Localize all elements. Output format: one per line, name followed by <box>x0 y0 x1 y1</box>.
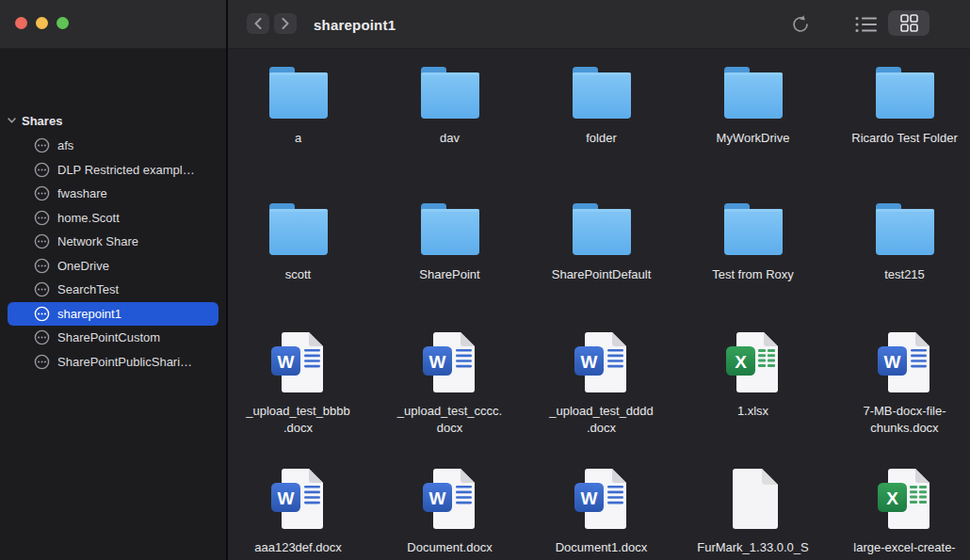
folder-icon-wrap <box>718 67 789 121</box>
generic-file-icon <box>725 468 782 530</box>
folder-icon-wrap <box>263 67 334 121</box>
minimize-button[interactable] <box>36 17 48 29</box>
list-view-icon <box>855 16 878 33</box>
folder-item-ricardo-test-folder[interactable]: Ricardo Test Folder <box>829 60 970 147</box>
folder-icon <box>718 203 789 258</box>
refresh-button[interactable] <box>788 12 813 37</box>
file-label-line: large-excel-create- <box>831 539 970 556</box>
folder-icon-wrap <box>414 67 486 121</box>
forward-button[interactable] <box>274 13 297 34</box>
share-circle-icon <box>34 210 50 226</box>
file-label-line: chunks.docx <box>831 420 970 437</box>
file-item-upload-test-dddd-docx[interactable]: W _upload_test_dddd.docx <box>525 328 677 437</box>
word-icon-wrap: W <box>422 331 478 393</box>
file-grid: a dav folder MyWorkDrive Ricardo Test Fo… <box>228 49 970 560</box>
file-label: SharePointDefault <box>527 266 676 283</box>
folder-item-dav[interactable]: dav <box>374 60 525 147</box>
file-label: _upload_test_dddd.docx <box>527 403 676 437</box>
file-item-large-excel-create-in-file-100000-lines[interactable]: X large-excel-create-in-file-100000-line… <box>829 464 970 560</box>
file-item-furmark-1-33-0-0-s[interactable]: FurMark_1.33.0.0_S <box>677 464 829 560</box>
file-item-aaa123def-docx[interactable]: W aaa123def.docx <box>228 464 374 560</box>
excel-file-icon: X <box>725 331 782 393</box>
file-item-upload-test-bbbb-docx[interactable]: W _upload_test_bbbb.docx <box>228 328 374 437</box>
sidebar-item-dlp-restricted-exampl[interactable]: DLP Restricted exampl… <box>8 158 218 183</box>
file-label-line: FurMark_1.33.0.0_S <box>679 539 828 556</box>
grid-view-button[interactable] <box>888 10 930 36</box>
folder-item-test-from-roxy[interactable]: Test from Roxy <box>677 197 829 283</box>
file-label-line: Ricardo Test Folder <box>831 130 970 147</box>
svg-text:X: X <box>735 352 747 372</box>
folder-item-folder[interactable]: folder <box>525 60 677 147</box>
file-item-document1-docx[interactable]: W Document1.docx <box>525 464 677 560</box>
file-label-line: scott <box>228 266 373 283</box>
excel-file-icon: X <box>877 468 933 530</box>
file-item-document-docx[interactable]: W Document.docx <box>374 464 525 560</box>
file-label-line: folder <box>527 130 676 147</box>
file-label-line: MyWorkDrive <box>679 130 828 147</box>
folder-icon-wrap <box>566 67 638 121</box>
sidebar-item-sharepoint1[interactable]: sharepoint1 <box>8 302 218 327</box>
file-label: test215 <box>831 266 970 283</box>
file-label-line: .docx <box>228 420 373 437</box>
folder-icon <box>718 67 789 121</box>
file-label: 7-MB-docx-file-chunks.docx <box>831 403 970 437</box>
file-label: MyWorkDrive <box>679 130 828 147</box>
sidebar-item-onedrive[interactable]: OneDrive <box>8 254 218 279</box>
close-button[interactable] <box>15 17 27 29</box>
folder-icon <box>566 67 638 121</box>
file-label-line: _upload_test_dddd <box>527 403 676 420</box>
share-circle-icon <box>34 162 50 178</box>
svg-text:X: X <box>886 488 898 508</box>
file-item-7-mb-docx-file-chunks-docx[interactable]: W 7-MB-docx-file-chunks.docx <box>829 328 970 437</box>
back-button[interactable] <box>247 13 269 34</box>
sidebar-item-searchtest[interactable]: SearchTest <box>8 278 218 302</box>
folder-icon <box>566 203 638 258</box>
file-label-line: test215 <box>831 266 970 283</box>
share-circle-icon <box>34 137 50 153</box>
file-label: folder <box>527 130 676 147</box>
folder-item-sharepoint[interactable]: SharePoint <box>374 197 525 283</box>
file-label: _upload_test_cccc.docx <box>376 403 525 437</box>
file-label-line: Test from Roxy <box>679 266 828 283</box>
svg-text:W: W <box>428 488 445 508</box>
window-titlebar: sharepoint1 <box>0 0 970 49</box>
share-circle-icon <box>34 233 50 249</box>
folder-item-test215[interactable]: test215 <box>829 197 970 283</box>
sidebar: Shares afs DLP Restricted exampl… fwasha… <box>0 49 226 560</box>
file-label-line: _upload_test_bbbb <box>228 403 373 420</box>
list-view-button[interactable] <box>853 14 880 35</box>
file-label: aaa123def.docx <box>228 539 373 556</box>
word-file-icon: W <box>422 331 478 393</box>
sidebar-item-label: DLP Restricted exampl… <box>57 163 195 177</box>
file-label-line: Document1.docx <box>527 539 676 556</box>
svg-text:W: W <box>277 488 294 508</box>
word-icon-wrap: W <box>574 468 630 530</box>
sidebar-item-sharepointcustom[interactable]: SharePointCustom <box>8 326 218 350</box>
sidebar-item-label: SharePointPublicShari… <box>57 355 192 369</box>
file-item-upload-test-cccc-docx[interactable]: W _upload_test_cccc.docx <box>374 328 525 437</box>
sidebar-section-shares[interactable]: Shares <box>8 111 62 130</box>
folder-item-sharepointdefault[interactable]: SharePointDefault <box>525 197 677 283</box>
share-circle-icon <box>34 354 50 370</box>
grid-view-icon <box>900 14 918 32</box>
word-file-icon: W <box>270 468 327 530</box>
sidebar-item-afs[interactable]: afs <box>8 134 218 158</box>
word-icon-wrap: W <box>574 331 630 393</box>
sidebar-item-network-share[interactable]: Network Share <box>8 230 218 254</box>
file-item-1-xlsx[interactable]: X 1.xlsx <box>677 328 829 437</box>
word-file-icon: W <box>574 331 630 393</box>
sidebar-item-sharepointpublicshari[interactable]: SharePointPublicShari… <box>8 350 218 375</box>
word-icon-wrap: W <box>270 331 327 393</box>
sidebar-item-fwashare[interactable]: fwashare <box>8 182 218 206</box>
file-label-line: SharePointDefault <box>527 266 676 283</box>
file-label: SharePoint <box>376 266 525 283</box>
file-label: dav <box>376 130 525 147</box>
zoom-button[interactable] <box>57 17 69 29</box>
folder-icon-wrap <box>869 203 941 258</box>
folder-icon-wrap <box>718 203 789 258</box>
file-label-line: in-file-100000-lines <box>831 556 970 560</box>
folder-item-myworkdrive[interactable]: MyWorkDrive <box>677 60 829 147</box>
sidebar-item-home-scott[interactable]: home.Scott <box>8 206 218 231</box>
folder-item-scott[interactable]: scott <box>228 197 374 283</box>
folder-item-a[interactable]: a <box>228 60 374 147</box>
